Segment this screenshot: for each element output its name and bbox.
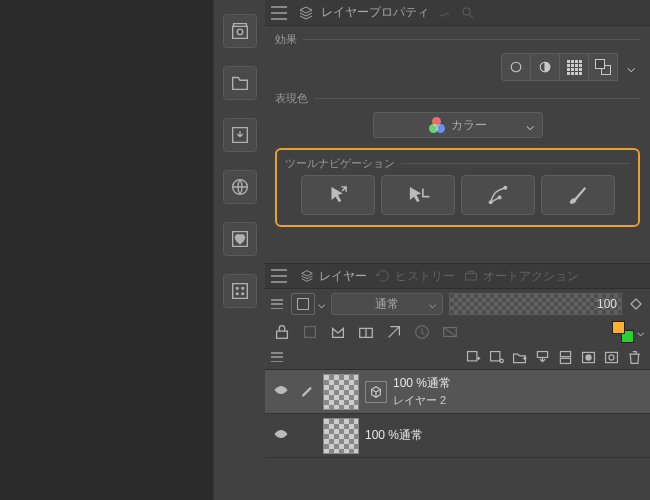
- effect-layercolor-button[interactable]: [588, 53, 618, 81]
- effects-dropdown-chevron[interactable]: ⌵: [622, 59, 640, 75]
- svg-point-2: [236, 287, 238, 289]
- svg-rect-14: [305, 327, 316, 338]
- section-effects: 効果 ⌵: [275, 32, 640, 81]
- svg-rect-25: [605, 352, 617, 362]
- layer-name: レイヤー 2: [393, 393, 451, 408]
- palette-color-toggle[interactable]: [291, 293, 315, 315]
- layer-thumbnail: [323, 374, 359, 410]
- svg-point-5: [241, 293, 243, 295]
- layer-property-icon: [297, 4, 315, 22]
- section-effects-label: 効果: [275, 32, 303, 47]
- layer-row[interactable]: 100 %通常 レイヤー 2: [265, 370, 650, 414]
- new-folder-button[interactable]: [509, 347, 529, 367]
- dock-btn-grid[interactable]: [223, 274, 257, 308]
- opacity-slider[interactable]: 100: [449, 293, 622, 315]
- section-rendering-color-label: 表現色: [275, 91, 314, 106]
- lock-button[interactable]: [299, 321, 321, 343]
- tab-history[interactable]: ヒストリー: [375, 268, 455, 285]
- clip-mask-button[interactable]: [327, 321, 349, 343]
- svg-point-28: [279, 432, 282, 435]
- tab-icon-2[interactable]: [435, 4, 453, 22]
- dock-btn-folder[interactable]: [223, 66, 257, 100]
- transfer-down-button[interactable]: [532, 347, 552, 367]
- svg-rect-18: [490, 351, 499, 360]
- ref-layer-button[interactable]: [411, 321, 433, 343]
- mask-layer-button[interactable]: [439, 321, 461, 343]
- tool-nav-brush[interactable]: [541, 175, 615, 215]
- blend-mode-value: 通常: [375, 296, 399, 313]
- layer-thumbnail: [323, 418, 359, 454]
- svg-rect-22: [560, 358, 570, 363]
- tab-layer[interactable]: レイヤー: [299, 268, 367, 285]
- dock-btn-subview[interactable]: [223, 14, 257, 48]
- new-vector-layer-button[interactable]: [486, 347, 506, 367]
- dock-btn-heart[interactable]: [223, 222, 257, 256]
- layer-mask-button[interactable]: [578, 347, 598, 367]
- layer-type-3d-icon: [365, 381, 387, 403]
- svg-point-0: [237, 29, 243, 35]
- effect-tone-button[interactable]: [559, 53, 589, 81]
- svg-rect-13: [277, 331, 288, 338]
- dock-btn-download[interactable]: [223, 118, 257, 152]
- svg-rect-21: [560, 351, 570, 356]
- layer-row[interactable]: 100 %通常: [265, 414, 650, 458]
- tool-navigation-highlight: ツールナビゲーション: [275, 148, 640, 227]
- hamburger-icon[interactable]: [271, 352, 283, 362]
- effect-fill-button[interactable]: [530, 53, 560, 81]
- svg-point-3: [241, 287, 243, 289]
- hamburger-icon[interactable]: [271, 6, 287, 20]
- opacity-value: 100: [597, 297, 617, 311]
- effect-outline-button[interactable]: [501, 53, 531, 81]
- layer-panel: レイヤー ヒストリー オートアクション ⌵ 通常 ⌵: [265, 263, 650, 500]
- tab-layer-property[interactable]: レイヤープロパティ: [321, 4, 429, 21]
- layer-list: 100 %通常 レイヤー 2 100 %通常: [265, 369, 650, 458]
- svg-rect-20: [537, 351, 547, 357]
- chevron-down-icon[interactable]: ⌵: [318, 297, 325, 311]
- section-rendering-color: 表現色 カラー ⌵: [275, 91, 640, 138]
- tool-nav-object-select[interactable]: [301, 175, 375, 215]
- svg-rect-12: [466, 273, 477, 280]
- tool-nav-edit-line[interactable]: [461, 175, 535, 215]
- svg-point-19: [499, 359, 502, 362]
- dock-btn-globe[interactable]: [223, 170, 257, 204]
- section-tool-nav-label: ツールナビゲーション: [285, 156, 401, 171]
- svg-rect-17: [467, 351, 476, 360]
- svg-point-27: [279, 388, 282, 391]
- delete-layer-button[interactable]: [624, 347, 644, 367]
- new-raster-layer-button[interactable]: [463, 347, 483, 367]
- rgb-icon: [429, 117, 445, 133]
- rendering-color-value: カラー: [451, 117, 487, 134]
- layer-property-tabs: レイヤープロパティ: [265, 0, 650, 26]
- tab-auto-action[interactable]: オートアクション: [463, 268, 579, 285]
- edit-target-icon[interactable]: [297, 382, 317, 401]
- rendering-color-dropdown[interactable]: カラー ⌵: [373, 112, 543, 138]
- svg-point-26: [608, 354, 613, 359]
- hamburger-icon[interactable]: [271, 299, 283, 309]
- hamburger-icon[interactable]: [271, 269, 287, 283]
- reference-button[interactable]: [355, 321, 377, 343]
- dock-sidebar: [213, 0, 265, 500]
- draft-button[interactable]: [383, 321, 405, 343]
- visibility-toggle[interactable]: [271, 382, 291, 401]
- layer-opacity-label: 100 %通常: [393, 375, 451, 392]
- tool-nav-move-point[interactable]: [381, 175, 455, 215]
- svg-point-4: [236, 293, 238, 295]
- visibility-toggle[interactable]: [271, 426, 291, 445]
- canvas-area: [0, 0, 213, 500]
- tab-icon-3[interactable]: [459, 4, 477, 22]
- blend-mode-dropdown[interactable]: 通常 ⌵: [331, 293, 443, 315]
- opacity-stepper[interactable]: [628, 293, 644, 315]
- lock-transparent-button[interactable]: [271, 321, 293, 343]
- svg-point-7: [511, 62, 521, 72]
- svg-point-6: [463, 7, 471, 15]
- color-swatch[interactable]: [612, 321, 634, 343]
- svg-point-24: [585, 354, 590, 359]
- chevron-down-icon[interactable]: ⌵: [637, 325, 644, 339]
- layer-opacity-label: 100 %通常: [365, 427, 423, 444]
- apply-mask-button[interactable]: [601, 347, 621, 367]
- merge-down-button[interactable]: [555, 347, 575, 367]
